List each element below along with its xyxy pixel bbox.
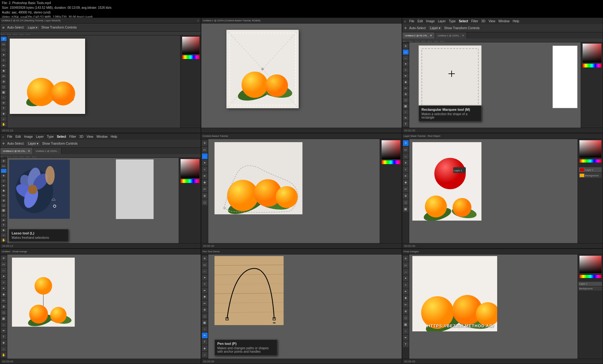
p9-marquee[interactable]: ▭ <box>403 262 409 268</box>
p6-grad[interactable]: ▦ <box>403 206 409 212</box>
p7-eye[interactable]: ✒ <box>1 286 7 291</box>
p4-layer[interactable]: Layer <box>36 135 44 138</box>
p9-move[interactable]: ✛ <box>403 256 409 261</box>
p9-crop[interactable]: ⌗ <box>403 282 409 288</box>
menu-type[interactable]: Type <box>449 19 456 23</box>
p4-3d[interactable]: 3D <box>79 135 84 138</box>
p4-type[interactable]: Type <box>47 135 54 138</box>
p4-clone-btn2[interactable]: ⊕ <box>1 199 7 203</box>
p8-blur[interactable]: ○ <box>202 326 208 332</box>
tab-untitled1[interactable]: Untitled-1 @ 223%... ✕ <box>435 32 467 39</box>
p9-heal[interactable]: ✚ <box>403 295 409 301</box>
p4-tab2[interactable]: Untitled-1 @ 223%... <box>33 148 62 154</box>
tab-untitled2[interactable]: Untitled-2 @ 63.1%... ✕ <box>402 32 435 39</box>
p7-grad[interactable]: ▦ <box>1 316 7 321</box>
p3-eye-btn[interactable]: ✒ <box>403 73 409 78</box>
p8-marquee[interactable]: ▭ <box>202 262 208 267</box>
p5-lasso[interactable]: ⌓ <box>202 153 208 159</box>
magic-wand-btn[interactable]: ✦ <box>1 53 7 57</box>
brush-btn[interactable]: ✏ <box>1 74 7 78</box>
p3-wand-btn[interactable]: ✦ <box>403 62 409 67</box>
p5-wand[interactable]: ✦ <box>202 160 208 166</box>
p3-blur-btn[interactable]: ○ <box>403 110 409 115</box>
hand-btn[interactable]: ✋ <box>1 122 7 126</box>
menu-file[interactable]: File <box>409 19 414 23</box>
color-picker-4[interactable] <box>181 159 199 178</box>
menu-3d[interactable]: 3D <box>481 19 486 23</box>
p8-zoom[interactable]: ⌕ <box>202 352 208 357</box>
p8-shape[interactable]: ◈ <box>202 345 208 351</box>
p9-type[interactable]: T <box>403 341 409 347</box>
hue-slider-1[interactable] <box>182 55 199 59</box>
p4-gradient-btn2[interactable]: ▦ <box>1 208 7 212</box>
menu-help[interactable]: Help <box>513 19 519 23</box>
p4-help[interactable]: Help <box>111 135 117 138</box>
p3-eraser-btn[interactable]: ◻ <box>403 98 409 103</box>
lasso-tool-btn[interactable]: ⌓ <box>1 47 7 52</box>
p4-move-btn[interactable]: ✛ <box>1 159 7 163</box>
layer-select3[interactable]: Layer ▾ <box>429 26 442 30</box>
p4-marquee-btn[interactable]: ▭ <box>1 164 7 168</box>
p7-brush[interactable]: ✏ <box>1 298 7 303</box>
color-picker-6[interactable] <box>579 140 601 158</box>
p5-eraser[interactable]: ◻ <box>202 200 208 205</box>
color-picker-5[interactable] <box>382 140 400 159</box>
p7-shape[interactable]: ◈ <box>1 340 7 345</box>
p3-crop-btn[interactable]: ⌗ <box>403 67 409 72</box>
shape-btn[interactable]: ◈ <box>1 111 7 116</box>
p4-crop-btn[interactable]: ⌗ <box>1 179 7 183</box>
p6-clone[interactable]: ⊕ <box>403 193 409 199</box>
p8-wand[interactable]: ✦ <box>202 275 208 280</box>
p4-eraser-btn2[interactable]: ◻ <box>1 203 7 207</box>
p8-lasso[interactable]: ⌓ <box>202 269 208 274</box>
p4-home[interactable]: ⌂ <box>2 135 4 138</box>
p9-clone[interactable]: ⊕ <box>403 308 409 314</box>
p3-move-btn[interactable]: ✛ <box>403 44 409 49</box>
p9-layer-bg[interactable]: Background <box>579 286 602 291</box>
p4-window[interactable]: Window <box>96 135 108 138</box>
p3-clone-btn[interactable]: ⊕ <box>403 92 409 97</box>
p5-eye[interactable]: ✒ <box>202 173 208 179</box>
p7-wand[interactable]: ✦ <box>1 274 7 279</box>
pen-btn[interactable]: ✒ <box>1 101 7 105</box>
p9-wand[interactable]: ✦ <box>403 276 409 281</box>
p4-zoom-btn2[interactable]: ⌕ <box>1 233 7 237</box>
layer-dropdown[interactable]: Layer ▾ <box>27 26 39 29</box>
p3-lasso-btn[interactable]: ⌓ <box>403 56 409 61</box>
p4-view[interactable]: View <box>86 135 93 138</box>
p5-crop[interactable]: ⌗ <box>202 167 208 172</box>
layer-item-red[interactable]: Layer 1 <box>579 167 602 172</box>
menu-image[interactable]: Image <box>426 19 435 23</box>
move-tool-btn[interactable]: ✛ <box>1 37 7 41</box>
p3-pen-btn[interactable]: ✒ <box>403 115 409 120</box>
p9-eye[interactable]: ✒ <box>403 289 409 294</box>
hue-slider-4[interactable] <box>181 179 199 183</box>
p7-heal[interactable]: ✚ <box>1 292 7 297</box>
p9-lasso[interactable]: ⌓ <box>403 269 409 275</box>
type-btn[interactable]: T <box>1 106 7 110</box>
p4-blur-btn2[interactable]: ○ <box>1 213 7 217</box>
p7-type[interactable]: T <box>1 334 7 339</box>
p4-pen-btn2[interactable]: ✒ <box>1 218 7 222</box>
p3-brush-btn[interactable]: ✏ <box>403 86 409 91</box>
p3-type-btn[interactable]: T <box>403 121 409 126</box>
p3-marquee-btn[interactable]: ▭ <box>403 50 409 55</box>
menu-layer[interactable]: Layer <box>438 19 446 23</box>
p8-move[interactable]: ✛ <box>202 256 208 261</box>
menu-filter[interactable]: Filter <box>471 19 478 23</box>
color-picker-9[interactable] <box>579 256 601 273</box>
p8-eraser[interactable]: ◻ <box>202 313 208 319</box>
p4-hand-btn2[interactable]: ✋ <box>1 238 7 242</box>
p5-clone[interactable]: ⊕ <box>202 193 208 199</box>
hue-slider-9[interactable] <box>579 275 601 278</box>
heal-btn[interactable]: ✚ <box>1 69 7 73</box>
p6-brush[interactable]: ✏ <box>403 186 409 192</box>
menu-select[interactable]: Select <box>459 19 468 23</box>
p9-eraser[interactable]: ◻ <box>403 315 409 321</box>
p6-eye[interactable]: ✒ <box>403 173 409 179</box>
layer-item-bg[interactable]: Background <box>579 173 602 178</box>
hue-slider-3[interactable] <box>583 64 601 67</box>
marquee-tool-btn[interactable]: ▭ <box>1 42 7 46</box>
p6-lasso[interactable]: ⌓ <box>403 153 409 159</box>
p4-edit[interactable]: Edit <box>15 135 21 138</box>
